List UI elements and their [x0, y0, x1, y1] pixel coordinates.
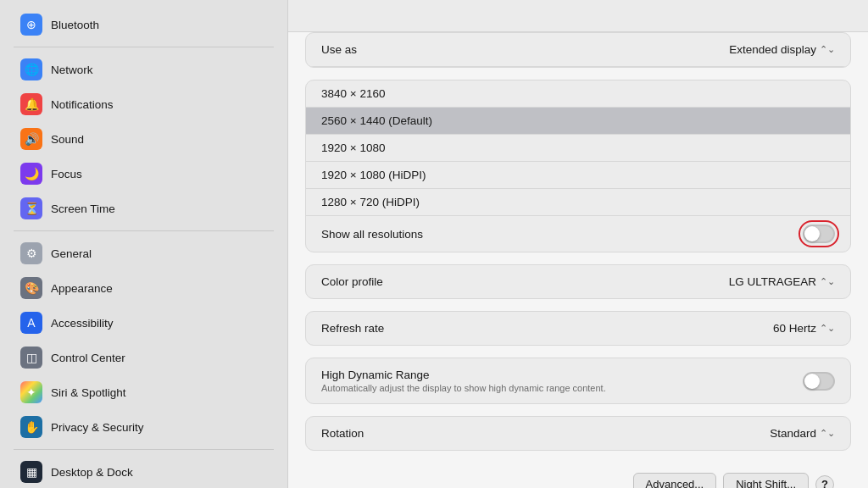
color-profile-row: Color profile LG ULTRAGEAR ⌃⌄ — [306, 265, 850, 298]
color-profile-value: LG ULTRAGEAR — [729, 275, 816, 288]
privacy-security-icon: ✋ — [20, 416, 42, 438]
main-content: Use as Extended display ⌃⌄ 3840 × 216025… — [288, 0, 868, 488]
color-profile-card: Color profile LG ULTRAGEAR ⌃⌄ — [305, 264, 851, 299]
resolution-item-res3[interactable]: 1920 × 1080 — [306, 135, 850, 162]
hdr-card: High Dynamic Range Automatically adjust … — [305, 358, 851, 404]
sidebar-item-general[interactable]: ⚙General — [7, 236, 281, 270]
sidebar-divider-privacy-security — [14, 449, 274, 450]
hdr-row: High Dynamic Range Automatically adjust … — [306, 358, 850, 403]
sidebar-divider-screen-time — [14, 230, 274, 231]
sidebar-item-appearance[interactable]: 🎨Appearance — [7, 271, 281, 305]
sidebar-item-screen-time[interactable]: ⏳Screen Time — [7, 191, 281, 225]
network-icon: 🌐 — [20, 58, 42, 80]
use-as-chevron-icon: ⌃⌄ — [820, 44, 835, 55]
sidebar-label-bluetooth: Bluetooth — [51, 19, 99, 31]
sidebar-divider-bluetooth — [14, 47, 274, 47]
content-area: Use as Extended display ⌃⌄ 3840 × 216025… — [288, 32, 868, 488]
refresh-rate-row: Refresh rate 60 Hertz ⌃⌄ — [306, 312, 850, 345]
siri-spotlight-icon: ✦ — [20, 381, 42, 403]
use-as-value: Extended display — [729, 43, 816, 56]
sidebar-item-privacy-security[interactable]: ✋Privacy & Security — [7, 410, 281, 444]
resolutions-card: 3840 × 21602560 × 1440 (Default)1920 × 1… — [305, 80, 851, 252]
rotation-card: Rotation Standard ⌃⌄ — [305, 416, 851, 451]
color-profile-chevron-icon: ⌃⌄ — [820, 276, 835, 287]
bluetooth-icon: ⊕ — [20, 14, 42, 36]
control-center-icon: ◫ — [20, 347, 42, 369]
sidebar-item-accessibility[interactable]: AAccessibility — [7, 306, 281, 340]
refresh-rate-card: Refresh rate 60 Hertz ⌃⌄ — [305, 311, 851, 346]
sidebar-label-screen-time: Screen Time — [51, 202, 115, 215]
rotation-selector[interactable]: Standard ⌃⌄ — [770, 427, 835, 440]
rotation-value: Standard — [770, 427, 816, 440]
sidebar-item-focus[interactable]: 🌙Focus — [7, 157, 281, 191]
bottom-actions: Advanced... Night Shift... ? — [305, 463, 851, 488]
use-as-card: Use as Extended display ⌃⌄ — [305, 32, 851, 68]
sidebar-label-focus: Focus — [51, 168, 82, 180]
top-bar — [288, 0, 868, 32]
sidebar-item-control-center[interactable]: ◫Control Center — [7, 341, 281, 374]
sidebar-label-privacy-security: Privacy & Security — [51, 421, 144, 434]
show-all-toggle[interactable] — [803, 225, 835, 243]
hdr-label: High Dynamic Range — [321, 369, 606, 381]
sidebar-label-general: General — [51, 247, 92, 260]
screen-time-icon: ⏳ — [20, 197, 42, 219]
hdr-toggle-thumb — [804, 374, 820, 389]
resolution-item-res2[interactable]: 2560 × 1440 (Default) — [306, 108, 850, 135]
refresh-rate-selector[interactable]: 60 Hertz ⌃⌄ — [773, 322, 835, 335]
sidebar-label-accessibility: Accessibility — [51, 317, 114, 330]
rotation-chevron-icon: ⌃⌄ — [820, 428, 835, 439]
sidebar-item-bluetooth[interactable]: ⊕Bluetooth — [7, 8, 281, 42]
show-all-row: Show all resolutions — [306, 215, 850, 252]
sidebar-label-sound: Sound — [51, 133, 84, 146]
accessibility-icon: A — [20, 312, 42, 334]
resolution-item-res4[interactable]: 1920 × 1080 (HiDPI) — [306, 162, 850, 189]
show-all-toggle-wrapper — [803, 225, 835, 243]
appearance-icon: 🎨 — [20, 277, 42, 299]
hdr-label-group: High Dynamic Range Automatically adjust … — [321, 369, 606, 393]
sidebar-item-notifications[interactable]: 🔔Notifications — [7, 87, 281, 121]
sound-icon: 🔊 — [20, 128, 42, 150]
focus-icon: 🌙 — [20, 163, 42, 185]
sidebar-label-network: Network — [51, 64, 93, 76]
sidebar-label-siri-spotlight: Siri & Spotlight — [51, 386, 126, 399]
sidebar-item-network[interactable]: 🌐Network — [7, 53, 281, 86]
use-as-label: Use as — [321, 43, 357, 56]
resolution-item-res1[interactable]: 3840 × 2160 — [306, 80, 850, 108]
sidebar-item-siri-spotlight[interactable]: ✦Siri & Spotlight — [7, 375, 281, 409]
sidebar-item-desktop-dock[interactable]: ▦Desktop & Dock — [7, 455, 281, 488]
refresh-rate-label: Refresh rate — [321, 322, 384, 335]
hdr-subtitle: Automatically adjust the display to show… — [321, 383, 606, 393]
resolution-item-res5[interactable]: 1280 × 720 (HiDPI) — [306, 189, 850, 215]
sidebar-label-desktop-dock: Desktop & Dock — [51, 466, 133, 479]
use-as-selector[interactable]: Extended display ⌃⌄ — [729, 43, 835, 56]
desktop-dock-icon: ▦ — [20, 461, 42, 483]
color-profile-selector[interactable]: LG ULTRAGEAR ⌃⌄ — [729, 275, 835, 288]
show-all-toggle-thumb — [804, 226, 820, 241]
advanced-button[interactable]: Advanced... — [633, 473, 717, 488]
hdr-toggle[interactable] — [803, 372, 835, 391]
show-all-label: Show all resolutions — [321, 228, 423, 241]
help-button[interactable]: ? — [815, 475, 834, 489]
night-shift-button[interactable]: Night Shift... — [723, 473, 809, 488]
sidebar-label-appearance: Appearance — [51, 282, 113, 295]
rotation-row: Rotation Standard ⌃⌄ — [306, 417, 850, 450]
refresh-rate-chevron-icon: ⌃⌄ — [820, 323, 835, 334]
general-icon: ⚙ — [20, 242, 42, 264]
sidebar-label-notifications: Notifications — [51, 98, 114, 111]
color-profile-label: Color profile — [321, 275, 383, 288]
rotation-label: Rotation — [321, 427, 364, 440]
sidebar-label-control-center: Control Center — [51, 352, 125, 364]
sidebar: ⊕Bluetooth🌐Network🔔Notifications🔊Sound🌙F… — [0, 0, 288, 488]
use-as-row: Use as Extended display ⌃⌄ — [306, 33, 850, 67]
sidebar-item-sound[interactable]: 🔊Sound — [7, 122, 281, 156]
resolution-list: 3840 × 21602560 × 1440 (Default)1920 × 1… — [306, 80, 850, 215]
notifications-icon: 🔔 — [20, 93, 42, 115]
refresh-rate-value: 60 Hertz — [773, 322, 816, 335]
